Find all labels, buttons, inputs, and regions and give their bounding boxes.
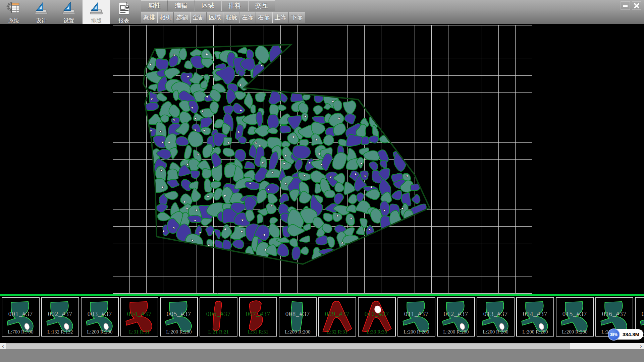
tool-button-8[interactable]: 上靠 <box>272 12 289 23</box>
piece-lr-label: L:200 R:200 <box>279 329 316 335</box>
tool-button-0[interactable]: 聚排 <box>141 12 157 23</box>
piece-thumbnail-008_#37[interactable]: 008_#37L:200 R:200 <box>279 297 317 337</box>
menu-item-0[interactable]: 属性 <box>141 0 168 11</box>
piece-thumbnail-001_#37[interactable]: 001_#37L:700 R:700 <box>2 297 40 337</box>
piece-thumbnail-005_#37[interactable]: 005_#37L:200 R:200 <box>160 297 198 337</box>
piece-lr-label: L:132 R:132 <box>42 329 78 335</box>
tool-button-4[interactable]: 区域 <box>207 12 223 23</box>
set-square-icon <box>34 1 49 17</box>
main-button-label: 系统 <box>8 17 19 24</box>
piece-id-label: 014_#37 <box>517 310 553 318</box>
scroll-left-arrow[interactable]: ‹ <box>0 343 6 349</box>
piece-id-label: 011_#37 <box>398 310 435 318</box>
report-icon <box>116 1 131 17</box>
piece-id-label: 010_#37 <box>359 310 395 318</box>
menu-item-3[interactable]: 排料 <box>221 0 248 11</box>
tool-button-row: 聚排相机选割全割区域瑕疵左靠右靠上靠下靠 <box>141 12 305 23</box>
piece-lr-label: L:200 R:200 <box>517 329 553 335</box>
main-toolbar: 系统设计设置排版报表 属性编辑区域排料交互 聚排相机选割全割区域瑕疵左靠右靠上靠… <box>0 0 644 24</box>
main-button-label: 设计 <box>36 17 47 24</box>
close-icon <box>634 3 640 8</box>
minimize-icon <box>622 3 628 8</box>
piece-thumbnail-014_#37[interactable]: 014_#37L:200 R:200 <box>516 297 554 337</box>
main-button-group: 系统设计设置排版报表 <box>0 0 138 24</box>
window-controls <box>621 1 641 10</box>
piece-lr-label: L:700 R:700 <box>2 329 39 335</box>
piece-lr-label: L:21 R:21 <box>200 329 237 335</box>
main-button-layout[interactable]: 排版 <box>83 0 110 24</box>
main-button-design[interactable]: 设计 <box>28 0 55 24</box>
piece-id-label: 002_#37 <box>42 310 78 318</box>
tool-button-7[interactable]: 右靠 <box>256 12 272 23</box>
main-button-report[interactable]: 报表 <box>110 0 138 24</box>
separator-line <box>0 295 644 296</box>
main-button-system[interactable]: 系统 <box>0 0 28 24</box>
tool-button-1[interactable]: 相机 <box>157 12 174 23</box>
piece-id-label: 012_#37 <box>438 310 474 318</box>
tool-button-5[interactable]: 瑕疵 <box>223 12 239 23</box>
set-square-icon <box>61 1 76 17</box>
piece-id-label: 003_#37 <box>82 310 118 318</box>
piece-thumbnail-011_#37[interactable]: 011_#37L:200 R:200 <box>397 297 435 337</box>
piece-lr-label: L:200 R:200 <box>82 329 118 335</box>
piece-lr-label: L:31 R:31 <box>240 329 276 335</box>
nesting-workspace[interactable] <box>0 24 644 294</box>
piece-id-label: 007_#37 <box>240 310 276 318</box>
piece-id-label: 008_#37 <box>279 310 316 318</box>
piece-lr-label: L:200 R:200 <box>556 329 593 335</box>
badge-percent: 38% <box>608 328 620 341</box>
piece-id-label: 017_#37 <box>636 310 644 318</box>
minimize-button[interactable] <box>621 1 630 10</box>
piece-id-label: 013_#37 <box>477 310 514 318</box>
piece-id-label: 016_#37 <box>596 310 633 318</box>
piece-thumbnail-015_#37[interactable]: 015_#37L:200 R:200 <box>556 297 594 337</box>
close-button[interactable] <box>632 1 641 10</box>
piece-id-label: 004_#37 <box>121 310 158 318</box>
tool-button-9[interactable]: 下靠 <box>289 12 305 23</box>
status-bar <box>0 349 644 362</box>
menu-item-2[interactable]: 区域 <box>195 0 221 11</box>
piece-lr-label: L:33 R:33 <box>359 329 395 335</box>
piece-thumbnail-009_#37[interactable]: 009_#37L:32 R:31 <box>318 297 356 337</box>
horizontal-scrollbar[interactable]: ‹ › <box>0 343 644 349</box>
piece-lr-label: L:31 R:31 <box>121 329 158 335</box>
piece-thumbnail-013_#37[interactable]: 013_#37L:200 R:200 <box>477 297 515 337</box>
piece-id-label: 006_#37 <box>200 310 237 318</box>
piece-lr-label: L:200 R:200 <box>477 329 514 335</box>
separator-line <box>0 294 644 295</box>
piece-thumbnail-012_#37[interactable]: 012_#37L:200 R:200 <box>437 297 475 337</box>
piece-thumbnail-002_#37[interactable]: 002_#37L:132 R:132 <box>41 297 79 337</box>
piece-id-label: 015_#37 <box>556 310 593 318</box>
tool-button-3[interactable]: 全割 <box>190 12 207 23</box>
nesting-canvas[interactable] <box>0 24 644 294</box>
main-button-label: 设置 <box>63 17 74 24</box>
piece-thumbnail-006_#37[interactable]: 006_#37L:21 R:21 <box>200 297 237 337</box>
tool-button-6[interactable]: 左靠 <box>239 12 256 23</box>
piece-thumbnail-010_#37[interactable]: 010_#37L:33 R:33 <box>358 297 396 337</box>
piece-lr-label: L:200 R:200 <box>161 329 197 335</box>
piece-id-label: 005_#37 <box>161 310 197 318</box>
piece-id-label: 001_#37 <box>2 310 39 318</box>
main-button-settings[interactable]: 设置 <box>55 0 83 24</box>
scrollbar-thumb[interactable] <box>6 343 570 349</box>
piece-thumbnail-004_#37[interactable]: 004_#37L:31 R:31 <box>120 297 158 337</box>
main-button-label: 报表 <box>118 17 129 24</box>
menu-bar: 属性编辑区域排料交互 <box>141 0 275 11</box>
set-square-icon <box>89 1 104 17</box>
piece-lr-label: L:200 R:200 <box>398 329 435 335</box>
tool-button-2[interactable]: 选割 <box>174 12 190 23</box>
piece-id-label: 009_#37 <box>319 310 356 318</box>
piece-thumbnail-007_#37[interactable]: 007_#37L:31 R:31 <box>239 297 277 337</box>
main-button-label: 排版 <box>91 17 102 24</box>
scroll-right-arrow[interactable]: › <box>638 343 644 349</box>
piece-thumbnail-strip: 001_#37L:700 R:700002_#37L:132 R:132003_… <box>0 296 644 343</box>
piece-lr-label: L:200 R:200 <box>438 329 474 335</box>
piece-lr-label: L:32 R:31 <box>319 329 356 335</box>
gear-table-icon <box>6 1 21 17</box>
piece-thumbnail-003_#37[interactable]: 003_#37L:200 R:200 <box>81 297 119 337</box>
menu-item-1[interactable]: 编辑 <box>168 0 195 11</box>
menu-item-4[interactable]: 交互 <box>248 0 275 11</box>
